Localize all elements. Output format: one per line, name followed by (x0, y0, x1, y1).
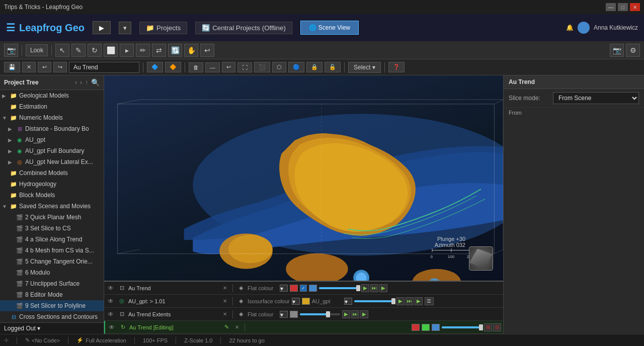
sidebar-item-scene-7[interactable]: 🎬 7 Unclipped Surface (0, 278, 104, 289)
layer-extra-btn-1[interactable]: ⊞ (484, 323, 492, 331)
layer-opacity-slider[interactable] (300, 313, 340, 315)
logged-out-status[interactable]: Logged Out ▾ (0, 322, 104, 334)
sidebar-item-hydrogeology[interactable]: 📁 Hydrogeology (0, 179, 104, 190)
layer-play-button[interactable]: ▶ (361, 284, 369, 292)
sidebar-item-block-models[interactable]: 📁 Block Models (0, 190, 104, 201)
camera-button[interactable]: 📷 (610, 44, 624, 57)
sidebar-item-saved-scenes[interactable]: ▼ 📁 Saved Scenes and Movies (0, 201, 104, 212)
central-projects-button[interactable]: 🔄 Central Projects (Offline) (195, 22, 292, 34)
menu-icon[interactable]: ☰ (6, 22, 15, 34)
dropdown-button[interactable]: ▾ (119, 22, 131, 34)
layer-visibility-toggle[interactable]: 👁 (106, 284, 115, 293)
unlock-button[interactable]: 🔓 (325, 62, 341, 72)
slider-thumb[interactable] (356, 285, 360, 291)
help-button[interactable]: ❓ (388, 62, 405, 72)
separator-tool[interactable]: — (205, 62, 220, 72)
colour-dropdown-arrow[interactable]: ▾ (292, 298, 300, 305)
layer-checkbox[interactable]: ✓ (300, 285, 307, 292)
delete-button[interactable]: 🗑 (189, 62, 203, 72)
layer-edit-icon[interactable]: ✎ (222, 323, 231, 331)
layer-play-button[interactable]: ▶ (396, 297, 405, 305)
sidebar-item-au-gpt[interactable]: ▶ ◉ AU_gpt (0, 134, 104, 145)
layer-visibility-toggle[interactable]: 👁 (107, 323, 116, 332)
undo2-button[interactable]: ↩ (222, 62, 235, 72)
colour-dropdown-arrow[interactable]: ▾ (280, 285, 288, 292)
settings-button[interactable]: ⚙ (626, 44, 640, 57)
sidebar-search-button[interactable]: 🔍 (91, 78, 100, 86)
layer-color-blue[interactable] (309, 285, 317, 292)
3d-viewport[interactable]: 0 100 200 300 Plunge +30 Azimuth 032 (104, 75, 503, 281)
au-trend-input[interactable]: Au Trend (69, 62, 139, 73)
box-button[interactable]: ⬛ (254, 62, 270, 72)
sidebar-item-combined-models[interactable]: 📁 Combined Models (0, 167, 104, 179)
select-dropdown[interactable]: Select ▾ (348, 62, 381, 73)
layer-more-button[interactable]: ☰ (425, 297, 434, 305)
layer-opacity-slider[interactable] (319, 287, 359, 289)
draw-tool-button[interactable]: ✎ (71, 44, 86, 57)
hex-button[interactable]: ⬡ (272, 62, 286, 72)
sidebar-item-estimation[interactable]: 📁 Estimation (0, 101, 104, 112)
sidebar-nav-forward[interactable]: › (80, 79, 82, 86)
sidebar-item-distance-boundary[interactable]: ▶ ⊞ Distance - Boundary Bo (0, 123, 104, 134)
sidebar-item-au-gpt-new-lateral[interactable]: ▶ ◎ AU_gpt New Lateral Ex... (0, 156, 104, 167)
sidebar-item-numeric-models[interactable]: ▼ 📁 Numeric Models (0, 112, 104, 123)
layer-color-red[interactable] (412, 324, 420, 331)
colour-name-dropdown[interactable]: ▾ (344, 298, 352, 305)
layer-close-button[interactable]: ✕ (221, 284, 229, 292)
notification-icon[interactable]: 🔔 (566, 24, 574, 31)
layer-color-grey[interactable] (290, 311, 298, 318)
layer-play-all-button[interactable]: ▶ (360, 310, 368, 318)
sidebar-item-scene-4a[interactable]: 🎬 4 a Slice Along Trend (0, 234, 104, 245)
colour-dropdown-arrow[interactable]: ▾ (280, 311, 288, 318)
sidebar-item-scene-5[interactable]: 🎬 5 Change Tangent Orie... (0, 256, 104, 267)
layer-play-all-button[interactable]: ▶ (415, 297, 423, 305)
arrow-button[interactable]: ▸ (120, 44, 134, 57)
slider-thumb[interactable] (391, 298, 395, 304)
layer-close-button[interactable]: ✕ (233, 323, 241, 331)
sidebar-nav-up[interactable]: ↑ (85, 79, 88, 86)
lock-button[interactable]: 🔒 (306, 62, 323, 72)
layer-step-button[interactable]: ⏭ (370, 284, 378, 292)
move-tool-button[interactable]: ↖ (55, 44, 69, 57)
save-scene-button[interactable]: 💾 (4, 62, 20, 72)
close-button[interactable]: ✕ (630, 3, 640, 11)
layer-color-green[interactable] (422, 324, 430, 331)
layer-opacity-slider[interactable] (442, 326, 482, 328)
nav-cube[interactable] (469, 246, 493, 271)
layer-opacity-slider[interactable] (354, 300, 394, 302)
layer-step-button[interactable]: ⏭ (351, 310, 359, 318)
look-label[interactable]: Look (26, 44, 48, 56)
layer-close-button[interactable]: ✕ (221, 310, 229, 318)
sidebar-nav-back[interactable]: ‹ (75, 79, 77, 86)
slice-mode-select[interactable]: From Scene (553, 92, 639, 104)
layer-color-gold[interactable] (302, 298, 310, 305)
maximize-button[interactable]: □ (618, 3, 628, 11)
refresh-button[interactable]: 🔃 (168, 44, 182, 57)
sidebar-item-geological-models[interactable]: ▶ 📁 Geological Models (0, 90, 104, 101)
hand-tool-button[interactable]: ✋ (184, 44, 198, 57)
layer-play-button[interactable]: ▶ (342, 310, 350, 318)
slider-thumb[interactable] (479, 324, 483, 330)
sidebar-item-scene-4b[interactable]: 🎬 4 b Mesh from CS via S... (0, 245, 104, 256)
sidebar-item-au-gpt-full-boundary[interactable]: ▶ ◉ AU_gpt Full Boundary (0, 145, 104, 156)
sidebar-item-scene-8[interactable]: 🎬 8 Editor Mode (0, 289, 104, 300)
slider-thumb[interactable] (326, 311, 330, 317)
layer-visibility-toggle[interactable]: 👁 (106, 297, 115, 306)
play-button[interactable]: ▶ (93, 21, 111, 34)
layer-color-red[interactable] (290, 285, 298, 292)
screenshot-button[interactable]: 📷 (4, 44, 18, 57)
scene-view-tab[interactable]: 🌐 Scene View (300, 21, 359, 35)
undo-button[interactable]: ↩ (38, 62, 51, 72)
sidebar-item-scene-2[interactable]: 🎬 2 Quick Planar Mesh (0, 212, 104, 223)
layer-step-button[interactable]: ⏭ (406, 297, 414, 305)
shape-button-2[interactable]: 🔶 (165, 62, 181, 72)
shape-button-1[interactable]: 🔷 (147, 62, 163, 72)
sidebar-item-scene-6[interactable]: 🎬 6 Modulo (0, 267, 104, 278)
layer-extra-btn-2[interactable]: ⊟ (493, 323, 501, 331)
link-tool-button[interactable]: ⇄ (152, 44, 166, 57)
layer-play-all-button[interactable]: ▶ (379, 284, 387, 292)
layer-visibility-toggle[interactable]: 👁 (106, 310, 115, 319)
redo-button[interactable]: ↪ (53, 62, 67, 72)
projects-button[interactable]: 📁 Projects (139, 22, 187, 34)
layer-color-blue[interactable] (432, 324, 440, 331)
